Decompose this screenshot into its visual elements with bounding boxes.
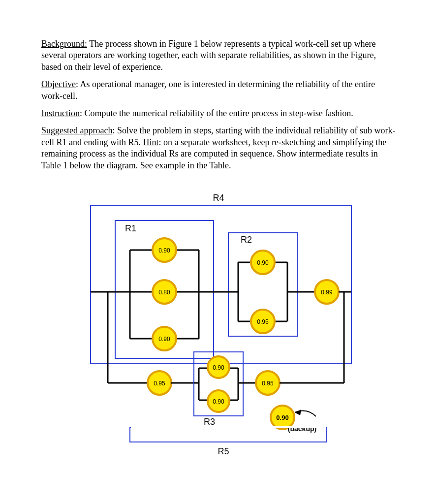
instruction-text: : Compute the numerical reliability of t… — [80, 108, 353, 118]
r5-label: R5 — [218, 446, 229, 456]
r2-label: R2 — [241, 235, 252, 245]
objective-label: Objective — [41, 79, 76, 89]
node-099-val: 0.99 — [321, 289, 333, 296]
node-series-095b-val: 0.95 — [262, 380, 274, 387]
node-r1-top-val: 0.90 — [158, 247, 170, 254]
node-r1-mid-val: 0.80 — [158, 289, 170, 296]
node-r2-bot-val: 0.95 — [257, 318, 269, 325]
diagram-container: R4 R1 0.90 0.80 0.90 R2 0.90 0.95 0.99 0… — [41, 186, 396, 462]
background-paragraph: Background: The process shown in Figure … — [41, 38, 396, 73]
hint-label: Hint — [143, 137, 158, 147]
node-r3-bot-val: 0.90 — [213, 398, 224, 405]
node-series-095a-val: 0.95 — [154, 380, 165, 387]
backup-label: (backup) — [288, 425, 316, 433]
instruction-paragraph: Instruction: Compute the numerical relia… — [41, 108, 396, 119]
r1-label: R1 — [125, 223, 136, 233]
instruction-label: Instruction — [41, 108, 80, 118]
objective-text: : As operational manager, one is interes… — [41, 79, 375, 100]
node-backup-val: 0.90 — [276, 414, 288, 421]
node-r1-bot-val: 0.90 — [158, 336, 170, 343]
background-label: Background: — [41, 39, 87, 49]
node-r2-top-val: 0.90 — [257, 259, 269, 266]
reliability-diagram: R4 R1 0.90 0.80 0.90 R2 0.90 0.95 0.99 0… — [71, 186, 366, 462]
objective-paragraph: Objective: As operational manager, one i… — [41, 79, 396, 102]
r3-label: R3 — [204, 417, 215, 427]
approach-label: Suggested approach — [41, 126, 112, 135]
node-r3-top-val: 0.90 — [213, 364, 224, 371]
background-text: The process shown in Figure 1 below repr… — [41, 39, 376, 72]
backup-arrow-head — [295, 410, 301, 415]
approach-paragraph: Suggested approach: Solve the problem in… — [41, 125, 396, 171]
r4-label: R4 — [213, 193, 224, 203]
